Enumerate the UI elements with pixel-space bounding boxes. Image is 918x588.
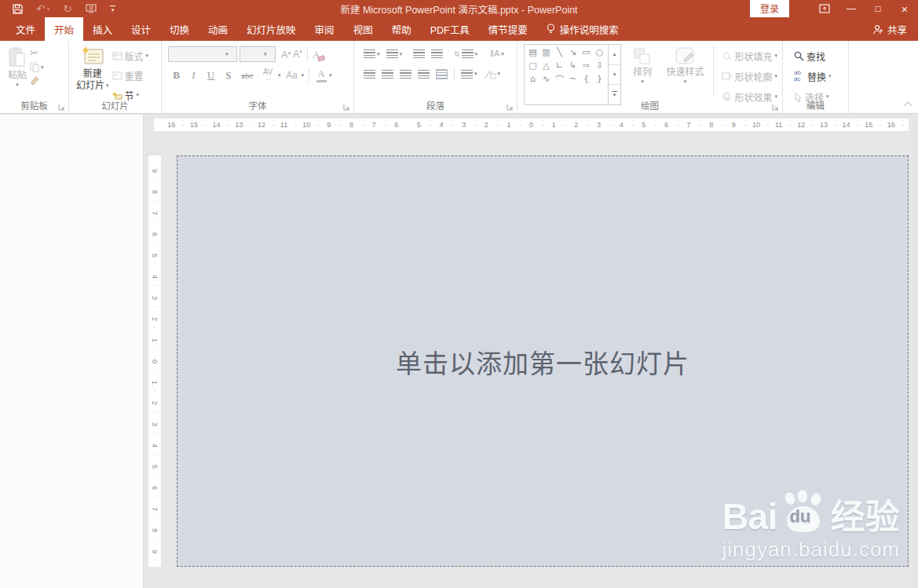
paragraph-dialog-launcher[interactable] (507, 104, 514, 111)
increase-indent-button[interactable] (431, 49, 443, 58)
slide-thumbnails-panel[interactable] (0, 115, 144, 588)
convert-to-smartart-button[interactable] (484, 69, 501, 79)
shapes-scroll-down-icon[interactable]: ▾ (609, 65, 620, 86)
quick-styles-button[interactable]: 快速样式 (664, 44, 708, 105)
slide-canvas[interactable]: 单击以添加第一张幻灯片 Bai du 经验 jingyan.baidu.com (177, 155, 909, 567)
shape-rectangle-icon[interactable]: ▭ (580, 46, 593, 59)
shape-triangle-icon[interactable]: △ (539, 59, 553, 72)
shape-line-arrow-icon[interactable]: ↘ (566, 46, 580, 59)
tab-design[interactable]: 设计 (122, 17, 160, 41)
font-name-combo[interactable] (168, 46, 237, 62)
tab-pdf-tools[interactable]: PDF工具 (421, 17, 479, 41)
underline-button[interactable]: U (203, 69, 219, 82)
customize-qat-button[interactable]: ▾ (110, 5, 115, 13)
reset-button[interactable]: 重置 (111, 67, 151, 84)
shape-freeform-icon[interactable]: ⌂ (526, 72, 539, 86)
tab-insert[interactable]: 插入 (83, 17, 122, 41)
italic-button[interactable]: I (185, 69, 202, 82)
tab-review[interactable]: 审阅 (305, 17, 344, 41)
columns-button[interactable] (461, 70, 477, 79)
shape-left-brace-icon[interactable]: { (580, 72, 593, 86)
start-slideshow-button[interactable] (86, 4, 97, 13)
strikethrough-button[interactable]: abc (237, 71, 258, 80)
align-center-button[interactable] (382, 70, 393, 79)
shrink-font-button[interactable]: A▾ (293, 49, 302, 60)
line-spacing-button[interactable]: ⇅ (454, 49, 477, 58)
paste-dropdown-icon[interactable] (16, 82, 19, 89)
grow-font-button[interactable]: A▴ (281, 49, 291, 60)
shape-text-box-icon[interactable]: ▤ (526, 46, 539, 59)
change-case-dropdown-icon[interactable] (302, 72, 305, 79)
shape-oval-icon[interactable]: ○ (593, 46, 606, 59)
arrange-button[interactable]: 排列 (626, 44, 659, 105)
shape-scribble-icon[interactable]: ∿ (539, 72, 553, 86)
collapse-ribbon-icon[interactable] (905, 102, 913, 110)
drawing-dialog-launcher[interactable] (772, 104, 779, 111)
shape-elbow-connector-icon[interactable]: ∟ (553, 59, 566, 72)
character-spacing-dropdown-icon[interactable] (278, 72, 281, 79)
save-button[interactable] (13, 4, 23, 14)
shape-fill-button[interactable]: 形状填充 (720, 47, 779, 64)
shapes-scroll-up-icon[interactable]: ▴ (609, 45, 620, 65)
new-slide-button[interactable]: 新建 幻灯片 (76, 44, 109, 104)
tab-storyboard[interactable]: 情节提要 (479, 17, 537, 41)
shape-right-arrow-icon[interactable]: ⇨ (580, 59, 593, 72)
tab-help[interactable]: 帮助 (382, 17, 421, 41)
share-button[interactable]: 共享 (862, 17, 918, 41)
font-name-dropdown-icon[interactable] (225, 51, 229, 57)
tell-me-search[interactable]: 操作说明搜索 (539, 17, 627, 41)
maximize-button[interactable]: □ (865, 0, 891, 17)
bullets-button[interactable] (364, 49, 380, 58)
bold-button[interactable]: B (168, 69, 185, 82)
paste-button[interactable]: 粘贴 (8, 44, 27, 89)
tab-animations[interactable]: 动画 (199, 17, 237, 41)
decrease-indent-button[interactable] (413, 49, 425, 58)
cut-icon[interactable]: ✂ (30, 47, 44, 59)
font-color-button[interactable]: A (314, 68, 328, 82)
align-right-button[interactable] (400, 70, 411, 79)
copy-button[interactable] (30, 62, 44, 72)
vertical-ruler[interactable]: 9876543210123456789 (148, 155, 161, 567)
shape-outline-button[interactable]: 形状轮廓 (720, 68, 779, 85)
undo-button[interactable]: ↶ ▾ (36, 3, 49, 14)
font-dialog-launcher[interactable] (343, 104, 350, 111)
tab-slideshow[interactable]: 幻灯片放映 (237, 17, 305, 41)
find-button[interactable]: 查找 (792, 47, 845, 64)
layout-button[interactable]: 版式 (111, 47, 151, 64)
font-size-combo[interactable] (240, 46, 276, 62)
tab-view[interactable]: 视图 (344, 17, 382, 41)
clear-formatting-button[interactable]: A (313, 47, 320, 61)
shape-rounded-rectangle-icon[interactable]: ▢ (526, 59, 539, 72)
shape-down-arrow-icon[interactable]: ⇩ (593, 59, 606, 72)
text-shadow-button[interactable]: S (220, 69, 236, 82)
minimize-button[interactable]: — (838, 0, 865, 17)
font-color-dropdown-icon[interactable] (329, 72, 332, 79)
shape-right-brace-icon[interactable]: } (593, 72, 606, 86)
change-case-button[interactable]: Aa (283, 70, 301, 81)
justify-button[interactable] (418, 70, 430, 79)
distribute-text-button[interactable] (436, 69, 448, 79)
font-size-dropdown-icon[interactable] (264, 51, 267, 57)
font-name-input[interactable] (169, 49, 225, 59)
align-left-button[interactable] (364, 70, 375, 79)
text-direction-button[interactable]: ⦀A (490, 49, 504, 59)
shape-line-icon[interactable]: ╲ (553, 46, 566, 59)
sign-in-button[interactable]: 登录 (750, 0, 789, 17)
font-size-input[interactable] (240, 49, 264, 59)
slide-placeholder-text[interactable]: 单击以添加第一张幻灯片 (177, 343, 908, 381)
replace-button[interactable]: ab ac 替换 (792, 68, 845, 85)
shape-curve-icon[interactable]: ~ (566, 72, 580, 86)
tab-transitions[interactable]: 切换 (160, 17, 199, 41)
close-button[interactable]: × (891, 0, 918, 17)
tab-home[interactable]: 开始 (45, 17, 83, 41)
shape-vertical-text-box-icon[interactable]: ▥ (539, 46, 553, 59)
shape-arc-icon[interactable]: ⌒ (553, 72, 566, 86)
ribbon-display-options-button[interactable] (811, 0, 838, 17)
format-painter-icon[interactable] (30, 75, 40, 86)
shape-elbow-arrow-connector-icon[interactable]: ↳ (566, 59, 580, 72)
numbering-button[interactable] (386, 49, 403, 58)
horizontal-ruler[interactable]: 1615141312111098765432101234567891011121… (154, 119, 909, 131)
redo-button[interactable]: ↻ (63, 3, 72, 14)
tab-file[interactable]: 文件 (6, 17, 45, 41)
clipboard-dialog-launcher[interactable] (58, 104, 65, 111)
